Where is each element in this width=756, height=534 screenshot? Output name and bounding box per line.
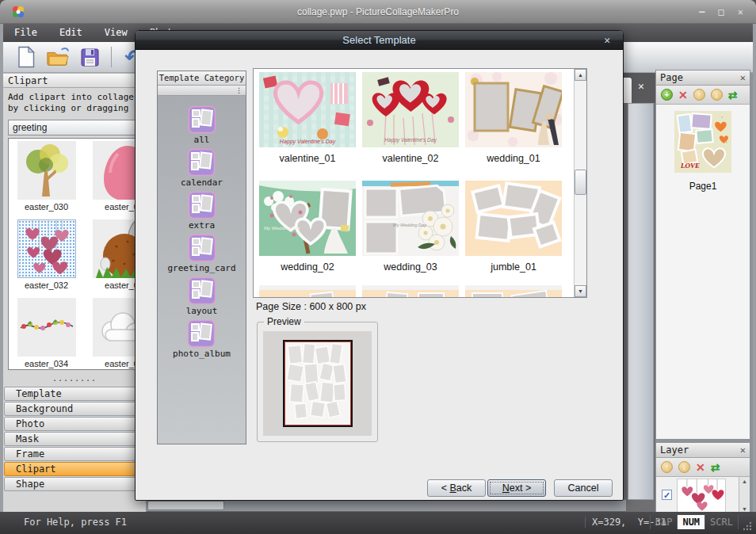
add-page-icon[interactable]: + <box>661 89 673 101</box>
clipart-hanging-hearts-art <box>17 219 76 278</box>
tab-frame[interactable]: Frame <box>4 447 145 461</box>
template-label: wedding_03 <box>362 261 459 273</box>
dialog-close-icon[interactable]: ✕ <box>604 31 610 50</box>
save-icon[interactable] <box>78 45 101 69</box>
tab-shape[interactable]: Shape <box>4 477 145 491</box>
tab-background[interactable]: Background <box>4 402 145 416</box>
template-partial-row[interactable] <box>465 285 562 298</box>
next-button[interactable]: Next > <box>487 479 546 497</box>
layer-row: ✓ ▲ ▼ <box>656 477 750 513</box>
layer-panel-close-icon[interactable]: ✕ <box>740 443 746 457</box>
scroll-down-icon[interactable]: ▼ <box>739 506 750 512</box>
scroll-up-icon[interactable]: ▲ <box>575 69 586 81</box>
move-page-up-icon[interactable]: ↑ <box>693 89 705 101</box>
template-wedding-01[interactable]: wedding_01 <box>465 71 562 164</box>
document-close-icon[interactable]: ✕ <box>638 80 644 92</box>
love-caption: LOVE <box>680 162 700 170</box>
template-jumble-01[interactable]: jumble_01 <box>465 180 562 273</box>
page1-thumbnail[interactable]: LOVE <box>674 111 731 173</box>
status-bar: For Help, press F1 X=329, Y=-31 CAP NUM … <box>0 512 756 534</box>
category-icon <box>188 277 216 305</box>
clipart-item-selected[interactable]: easter_032 <box>9 219 84 290</box>
minimize-icon[interactable]: – <box>699 6 704 17</box>
category-toolbar: ⋮ <box>158 86 246 96</box>
move-page-down-icon[interactable]: ↓ <box>711 89 723 101</box>
page-panel-close-icon[interactable]: ✕ <box>740 71 746 85</box>
category-photo-album[interactable]: photo_album <box>173 319 231 362</box>
clipart-list: easter_030 easter_0 <box>8 138 142 370</box>
template-label: jumble_01 <box>465 261 562 273</box>
category-extra[interactable]: extra <box>188 191 216 234</box>
refresh-pages-icon[interactable]: ⇄ <box>728 90 738 101</box>
layer-thumbnail[interactable] <box>677 479 726 513</box>
layer-scrollbar[interactable]: ▲ ▼ <box>739 477 750 513</box>
clipart-item[interactable]: easter_030 <box>9 141 84 212</box>
template-valentine-01[interactable]: Happy Valentine's Day valentine_01 <box>259 71 356 164</box>
clipart-category-dropdown[interactable]: greeting <box>8 120 141 135</box>
maximize-icon[interactable]: □ <box>719 6 724 17</box>
status-indicators: CAP NUM SCRL <box>650 515 739 529</box>
move-layer-down-icon[interactable]: ↓ <box>678 461 690 473</box>
select-template-dialog: Select Template ✕ Template Category ⋮ al… <box>135 30 624 501</box>
canvas-horizontal-scrollbar[interactable] <box>147 500 626 511</box>
delete-page-icon[interactable]: ✕ <box>678 90 688 101</box>
menu-view[interactable]: View <box>94 24 139 42</box>
scrollbar-thumb[interactable] <box>575 170 586 195</box>
clipart-tree-art <box>17 141 76 200</box>
template-category-header: Template Category <box>158 71 246 86</box>
dialog-title-bar: Select Template ✕ <box>136 31 623 50</box>
clipart-item[interactable]: easter_0 <box>84 298 142 368</box>
clipart-panel-header: Clipart <box>3 73 146 88</box>
indicator-scrl: SCRL <box>704 515 739 529</box>
layer-panel-title: Layer <box>660 443 689 457</box>
menu-file[interactable]: File <box>3 24 48 42</box>
indicator-num: NUM <box>677 515 704 529</box>
cancel-button[interactable]: Cancel <box>554 479 613 497</box>
category-greeting-card[interactable]: greeting_card <box>167 234 235 277</box>
template-caption: Happy Valentine's Day <box>384 137 437 143</box>
open-folder-icon[interactable] <box>46 45 70 69</box>
panel-splitter[interactable] <box>628 103 654 500</box>
template-partial-row[interactable] <box>259 285 356 298</box>
scroll-down-icon[interactable]: ▼ <box>575 285 586 297</box>
tab-photo[interactable]: Photo <box>4 417 145 431</box>
template-art: Happy Valentine's Day <box>362 71 459 148</box>
title-bar: collage.pwp - PictureCollageMakerPro – □… <box>0 0 756 24</box>
template-wedding-02[interactable]: My Wedding Day wedding_02 <box>259 180 356 273</box>
tab-mask[interactable]: Mask <box>4 432 145 446</box>
splitter-grip[interactable]: ········ <box>3 378 146 384</box>
refresh-layers-icon[interactable]: ⇄ <box>711 462 720 473</box>
delete-layer-icon[interactable]: ✕ <box>696 462 705 473</box>
layer-panel-toolbar: ↑ ↓ ✕ ⇄ <box>656 458 750 477</box>
move-layer-up-icon[interactable]: ↑ <box>661 461 673 473</box>
resize-grip-icon[interactable] <box>742 521 752 531</box>
clipart-item[interactable]: easter_034 <box>9 298 84 368</box>
scroll-up-icon[interactable]: ▲ <box>739 479 750 484</box>
menu-edit[interactable]: Edit <box>48 24 94 42</box>
template-partial-row[interactable] <box>362 285 459 298</box>
clipart-item[interactable]: easter_0 <box>84 141 142 212</box>
template-grid-scrollbar[interactable]: ▲ ▼ <box>574 69 586 297</box>
category-list: all calendar <box>158 96 246 362</box>
clipart-panel: Clipart Add clipart into collage by clic… <box>3 73 147 512</box>
layer-panel: Layer ✕ ↑ ↓ ✕ ⇄ ✓ <box>655 442 750 512</box>
layer-visibility-checkbox[interactable]: ✓ <box>662 490 672 500</box>
panel-nav-tabs: Template Background Photo Mask Frame Cli… <box>3 386 146 491</box>
template-wedding-03[interactable]: My Wedding Day wedding_03 <box>362 180 459 273</box>
category-calendar[interactable]: calendar <box>181 148 223 191</box>
template-art <box>465 71 562 148</box>
close-icon[interactable]: ✕ <box>738 6 743 17</box>
tab-clipart[interactable]: Clipart <box>4 462 145 476</box>
hscroll-thumb[interactable] <box>147 501 224 510</box>
page-panel-title: Page <box>660 71 683 85</box>
template-caption: Happy Valentine's Day <box>280 139 336 145</box>
new-document-icon[interactable] <box>14 45 38 69</box>
category-layout[interactable]: layout <box>186 277 218 319</box>
back-button[interactable]: < Back <box>427 479 486 497</box>
more-options-icon[interactable]: ⋮ <box>235 86 242 94</box>
tab-template[interactable]: Template <box>4 387 145 401</box>
category-all[interactable]: all <box>188 105 216 148</box>
template-valentine-02[interactable]: Happy Valentine's Day valentine_02 <box>362 71 459 164</box>
clipart-item[interactable]: easter_0 <box>84 219 142 290</box>
clipart-label: easter_0 <box>84 202 142 212</box>
